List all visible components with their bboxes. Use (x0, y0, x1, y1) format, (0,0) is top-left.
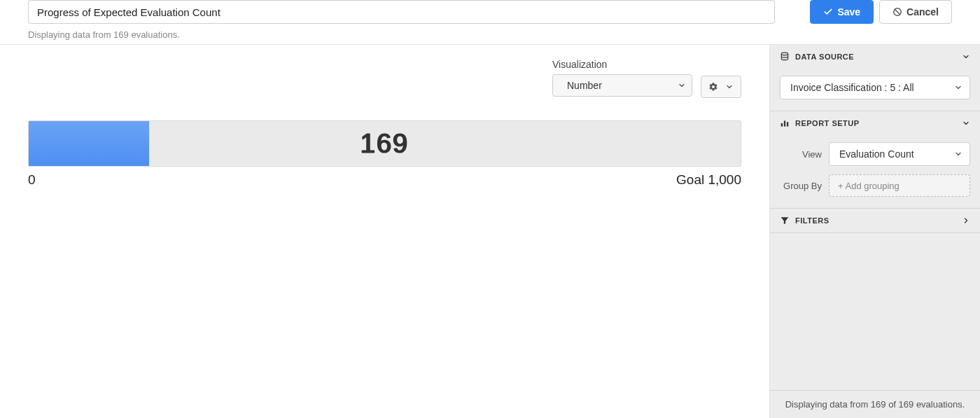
progress-goal: Goal 1,000 (676, 172, 741, 188)
visualization-select[interactable]: Number (552, 74, 692, 97)
panel-head-data-source[interactable]: DATA SOURCE (770, 45, 980, 69)
header-actions: Save Cancel (810, 0, 952, 24)
chevron-down-icon (678, 81, 686, 90)
progress-chart: 169 0 Goal 1,000 (28, 120, 741, 188)
svg-point-2 (781, 53, 788, 55)
view-row: View Evaluation Count (780, 142, 970, 166)
header: Displaying data from 169 evaluations. Sa… (0, 0, 980, 45)
progress-min: 0 (28, 172, 36, 188)
header-subtitle: Displaying data from 169 evaluations. (28, 29, 775, 40)
panel-title: REPORT SETUP (795, 119, 860, 127)
svg-rect-5 (787, 122, 788, 126)
chevron-down-icon (962, 53, 970, 61)
bar-chart-icon (780, 118, 790, 128)
chevron-down-icon (954, 150, 962, 158)
panel-data-source: DATA SOURCE Invoice Classification : 5 :… (770, 45, 980, 111)
add-grouping-button[interactable]: + Add grouping (829, 174, 970, 197)
visualization-col: Visualization Number (552, 59, 692, 97)
sidebar-footer: Displaying data from 169 of 169 evaluati… (770, 390, 980, 418)
chevron-down-icon (962, 119, 970, 127)
progress-bar: 169 (28, 120, 741, 167)
database-icon (780, 52, 790, 62)
cancel-icon (892, 7, 902, 17)
panel-report-setup: REPORT SETUP View Evaluation Count (770, 111, 980, 209)
progress-fill (29, 121, 149, 166)
progress-value: 169 (360, 129, 409, 159)
visualization-selected: Number (567, 80, 602, 91)
filter-icon (780, 216, 790, 225)
groupby-row: Group By + Add grouping (780, 174, 970, 197)
panel-head-report-setup[interactable]: REPORT SETUP (770, 111, 980, 135)
save-label: Save (837, 6, 860, 18)
panel-body-report-setup: View Evaluation Count Group By + Add gro (770, 135, 980, 208)
view-label: View (780, 149, 822, 160)
chevron-down-icon (725, 83, 734, 91)
svg-rect-4 (784, 121, 785, 127)
sidebar: DATA SOURCE Invoice Classification : 5 :… (770, 45, 980, 418)
panel-title: DATA SOURCE (795, 53, 854, 61)
panel-filters: FILTERS (770, 209, 980, 233)
settings-button[interactable] (701, 76, 741, 98)
data-source-selected: Invoice Classification : 5 : All (790, 82, 914, 93)
body: Visualization Number 169 0 Goal 1 (0, 45, 980, 418)
view-selected: Evaluation Count (839, 148, 914, 160)
chevron-down-icon (954, 83, 962, 92)
title-input[interactable] (28, 0, 775, 24)
chevron-right-icon (962, 216, 970, 225)
main-area: Visualization Number 169 0 Goal 1 (0, 45, 770, 418)
visualization-row: Visualization Number (28, 59, 741, 98)
save-button[interactable]: Save (810, 0, 874, 24)
check-icon (823, 7, 833, 17)
cancel-label: Cancel (906, 6, 939, 18)
visualization-label: Visualization (552, 59, 692, 70)
groupby-label: Group By (780, 181, 822, 191)
title-area: Displaying data from 169 evaluations. (28, 0, 775, 40)
panel-title: FILTERS (795, 216, 830, 225)
svg-rect-3 (781, 123, 783, 127)
view-select[interactable]: Evaluation Count (829, 142, 970, 166)
gear-icon (708, 82, 718, 92)
cancel-button[interactable]: Cancel (879, 0, 952, 24)
panel-body-data-source: Invoice Classification : 5 : All (770, 69, 980, 111)
svg-line-1 (895, 10, 900, 15)
panel-head-filters[interactable]: FILTERS (770, 209, 980, 232)
progress-axis: 0 Goal 1,000 (28, 172, 741, 188)
data-source-select[interactable]: Invoice Classification : 5 : All (780, 76, 970, 99)
